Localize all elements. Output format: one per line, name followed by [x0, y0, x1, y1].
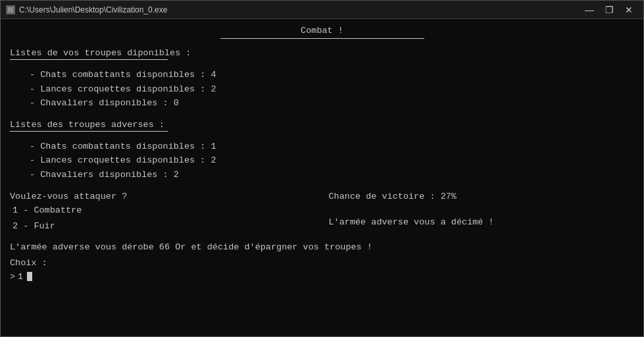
friendly-troops-list: - Chats combattants disponibles : 4 - La… [30, 68, 634, 111]
app-icon [6, 5, 15, 14]
prompt-symbol: > [10, 272, 15, 282]
enemy-troops-list: - Chats combattants disponibles : 1 - La… [30, 140, 634, 182]
bottom-section: L'armée adverse vous dérobe 66 Or et déc… [10, 240, 634, 282]
enemy-divider [10, 131, 168, 132]
friendly-troop-2: - Lances croquettes disponibles : 2 [30, 82, 634, 97]
action-row: Voulez-vous attaquer ? 1 - Combattre 2 -… [10, 192, 634, 235]
army-decimated-message: L'armée adverse vous a décimé ! [329, 217, 635, 227]
titlebar: C:\Users\Julien\Desktop\Civilization_0.e… [1, 1, 643, 19]
enemy-troop-2: - Lances croquettes disponibles : 2 [30, 153, 634, 168]
prompt-line: > 1 [10, 272, 634, 282]
option-2: 2 - Fuir [12, 219, 316, 234]
minimize-button[interactable]: — [580, 3, 599, 16]
window-title: C:\Users\Julien\Desktop\Civilization_0.e… [19, 5, 167, 14]
chance-text: Chance de victoire : 27% [329, 192, 635, 201]
titlebar-left: C:\Users\Julien\Desktop\Civilization_0.e… [6, 5, 167, 14]
combat-title: Combat ! [10, 26, 634, 36]
title-divider [220, 38, 424, 39]
enemy-troop-3: - Chavaliers disponibles : 2 [30, 168, 634, 182]
attack-prompt: Voulez-vous attaquer ? [10, 192, 316, 201]
cursor [27, 272, 32, 281]
friendly-divider [10, 59, 168, 60]
action-right: Chance de victoire : 27% L'armée adverse… [316, 192, 635, 227]
close-button[interactable]: ✕ [620, 3, 638, 16]
friendly-troop-3: - Chavaliers disponibles : 0 [30, 96, 634, 111]
friendly-troop-1: - Chats combattants disponibles : 4 [30, 68, 634, 82]
input-value[interactable]: 1 [18, 272, 23, 282]
enemy-troop-1: - Chats combattants disponibles : 1 [30, 140, 634, 154]
enemy-troops-header: Listes des troupes adverses : [10, 120, 634, 130]
window-controls: — ❐ ✕ [580, 3, 638, 16]
svg-rect-1 [8, 7, 13, 13]
friendly-troops-header: Listes de vos troupes diponibles : [10, 48, 634, 58]
option-1: 1 - Combattre [12, 203, 316, 219]
action-left: Voulez-vous attaquer ? 1 - Combattre 2 -… [10, 192, 316, 235]
console-area: Combat ! Listes de vos troupes diponible… [1, 19, 643, 336]
loot-line: L'armée adverse vous dérobe 66 Or et déc… [10, 240, 634, 255]
maximize-button[interactable]: ❐ [600, 3, 618, 16]
choice-label: Choix : [10, 255, 634, 271]
app-window: C:\Users\Julien\Desktop\Civilization_0.e… [0, 0, 644, 337]
